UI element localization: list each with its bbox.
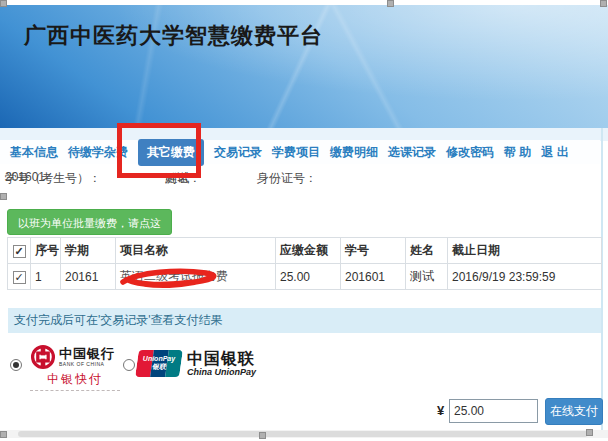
boc-bank-name-en: BANK OF CHINA xyxy=(59,361,115,367)
selection-handle[interactable] xyxy=(0,193,7,200)
nav-item-payment-details[interactable]: 缴费明细 xyxy=(330,144,378,161)
unionpay-logo-icon: UnionPay 银联 xyxy=(135,350,183,377)
nav-item-change-password[interactable]: 修改密码 xyxy=(446,144,494,161)
currency-symbol: ¥ xyxy=(437,403,444,418)
selection-handle[interactable] xyxy=(0,431,7,438)
col-header-project: 项目名称 xyxy=(116,238,276,264)
table-header-row: ✓ 序号 学期 项目名称 应缴金额 学号 姓名 截止日期 xyxy=(8,238,602,264)
nav-item-basic-info[interactable]: 基本信息 xyxy=(10,144,58,161)
student-info-line: 学号（考生号）：201601 姓名：测试 身份证号： xyxy=(0,166,600,186)
fees-table: ✓ 序号 学期 项目名称 应缴金额 学号 姓名 截止日期 ✓ 1 20161 英… xyxy=(7,237,602,290)
unionpay-name-zh: 中国银联 xyxy=(187,350,256,367)
payment-platform-page: 广西中医药大学智慧缴费平台 基本信息 待缴学杂费 其它缴费 交易记录 学费项目 … xyxy=(0,0,608,441)
cell-seq: 1 xyxy=(31,264,61,290)
unionpay-name-en: China UnionPay xyxy=(187,367,256,377)
selection-handle[interactable] xyxy=(0,0,7,7)
nav-item-tuition-items[interactable]: 学费项目 xyxy=(272,144,320,161)
selection-handle[interactable] xyxy=(586,429,593,436)
radio-boc-selected-icon[interactable] xyxy=(10,359,22,371)
unionpay-payment-option[interactable]: UnionPay 银联 中国银联 China UnionPay xyxy=(137,350,256,377)
red-highlight-annotation xyxy=(117,123,201,178)
nav-item-help[interactable]: 帮 助 xyxy=(504,144,531,161)
col-header-term: 学期 xyxy=(61,238,116,264)
nav-item-transactions[interactable]: 交易记录 xyxy=(214,144,262,161)
cell-amount: 25.00 xyxy=(276,264,341,290)
amount-input[interactable] xyxy=(449,399,538,423)
batch-payment-button[interactable]: 以班为单位批量缴费，请点这 xyxy=(7,209,172,235)
col-header-seq: 序号 xyxy=(31,238,61,264)
boc-logo-icon xyxy=(30,344,56,370)
select-all-checkbox-icon[interactable]: ✓ xyxy=(13,245,26,258)
boc-bank-name-zh: 中国银行 xyxy=(59,347,115,361)
cell-project: 英语二级考试报名费 xyxy=(116,264,276,290)
col-header-student-id: 学号 xyxy=(341,238,406,264)
online-pay-button[interactable]: 在线支付 xyxy=(545,398,603,425)
table-row: ✓ 1 20161 英语二级考试报名费 25.00 201601 测试 2016… xyxy=(8,264,602,290)
page-title: 广西中医药大学智慧缴费平台 xyxy=(24,21,323,51)
boc-payment-option[interactable]: 中国银行 BANK OF CHINA 中银快付 xyxy=(30,344,120,391)
header-banner: 广西中医药大学智慧缴费平台 xyxy=(0,5,608,128)
row-checkbox-icon[interactable]: ✓ xyxy=(13,271,26,284)
col-header-deadline: 截止日期 xyxy=(448,238,602,264)
radio-unionpay-icon[interactable] xyxy=(123,359,135,371)
cell-name: 测试 xyxy=(406,264,448,290)
horizontal-scrollbar-thumb[interactable] xyxy=(18,431,588,437)
selection-handle[interactable] xyxy=(387,0,394,7)
cell-deadline: 2016/9/19 23:59:59 xyxy=(448,264,602,290)
main-nav: 基本信息 待缴学杂费 其它缴费 交易记录 学费项目 缴费明细 选课记录 修改密码… xyxy=(0,140,600,164)
nav-item-course-records[interactable]: 选课记录 xyxy=(388,144,436,161)
cell-student-id: 201601 xyxy=(341,264,406,290)
nav-item-logout[interactable]: 退 出 xyxy=(541,144,568,161)
payment-methods: 中国银行 BANK OF CHINA 中银快付 UnionPay 银联 中国银联… xyxy=(0,342,600,392)
selection-handle[interactable] xyxy=(259,432,266,439)
selection-handle[interactable] xyxy=(600,0,607,7)
col-header-name: 姓名 xyxy=(406,238,448,264)
payment-notice: 支付完成后可在'交易记录'查看支付结果 xyxy=(8,308,601,333)
col-header-amount: 应缴金额 xyxy=(276,238,341,264)
cell-term: 20161 xyxy=(61,264,116,290)
boc-quickpay-label: 中银快付 xyxy=(30,371,120,388)
